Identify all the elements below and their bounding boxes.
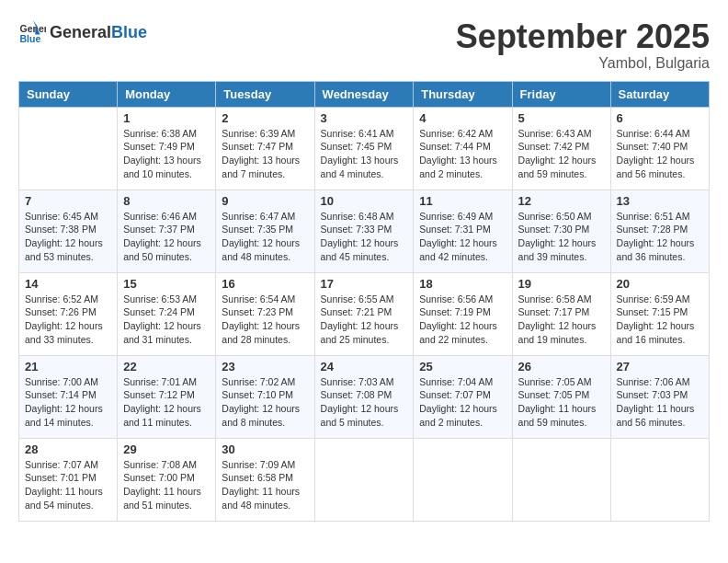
day-info: Sunrise: 6:45 AM Sunset: 7:38 PM Dayligh… bbox=[25, 210, 111, 264]
day-number: 22 bbox=[123, 360, 210, 373]
day-info: Sunrise: 7:05 AM Sunset: 7:05 PM Dayligh… bbox=[518, 375, 605, 430]
day-info: Sunrise: 6:47 AM Sunset: 7:35 PM Dayligh… bbox=[222, 210, 308, 264]
calendar-cell: 12Sunrise: 6:50 AM Sunset: 7:30 PM Dayli… bbox=[512, 190, 610, 272]
day-number: 23 bbox=[222, 360, 308, 373]
calendar-cell: 6Sunrise: 6:44 AM Sunset: 7:40 PM Daylig… bbox=[610, 107, 709, 190]
calendar-cell: 27Sunrise: 7:06 AM Sunset: 7:03 PM Dayli… bbox=[610, 355, 709, 438]
calendar-cell: 18Sunrise: 6:56 AM Sunset: 7:19 PM Dayli… bbox=[414, 272, 512, 355]
day-number: 14 bbox=[25, 277, 111, 291]
logo-general-text: GeneralBlue bbox=[50, 23, 147, 42]
calendar-cell bbox=[19, 107, 118, 190]
day-of-week-header: Wednesday bbox=[314, 81, 414, 107]
calendar-week-row: 1Sunrise: 6:38 AM Sunset: 7:49 PM Daylig… bbox=[19, 107, 710, 190]
page-header: General Blue GeneralBlue September 2025 … bbox=[18, 18, 710, 72]
day-number: 2 bbox=[222, 111, 308, 125]
day-info: Sunrise: 6:52 AM Sunset: 7:26 PM Dayligh… bbox=[25, 293, 111, 347]
day-of-week-header: Sunday bbox=[19, 81, 118, 107]
calendar-cell: 10Sunrise: 6:48 AM Sunset: 7:33 PM Dayli… bbox=[314, 190, 414, 272]
day-info: Sunrise: 6:59 AM Sunset: 7:15 PM Dayligh… bbox=[617, 293, 703, 347]
day-info: Sunrise: 6:58 AM Sunset: 7:17 PM Dayligh… bbox=[518, 293, 605, 347]
calendar-table: SundayMondayTuesdayWednesdayThursdayFrid… bbox=[18, 81, 710, 522]
calendar-cell: 9Sunrise: 6:47 AM Sunset: 7:35 PM Daylig… bbox=[216, 190, 314, 272]
calendar-cell bbox=[414, 438, 512, 521]
day-info: Sunrise: 7:07 AM Sunset: 7:01 PM Dayligh… bbox=[25, 458, 111, 512]
day-info: Sunrise: 7:03 AM Sunset: 7:08 PM Dayligh… bbox=[321, 375, 408, 430]
day-number: 18 bbox=[419, 277, 506, 291]
calendar-cell: 25Sunrise: 7:04 AM Sunset: 7:07 PM Dayli… bbox=[414, 355, 512, 438]
calendar-cell: 20Sunrise: 6:59 AM Sunset: 7:15 PM Dayli… bbox=[610, 272, 709, 355]
day-number: 3 bbox=[321, 111, 408, 125]
calendar-cell bbox=[512, 438, 610, 521]
calendar-cell: 2Sunrise: 6:39 AM Sunset: 7:47 PM Daylig… bbox=[216, 107, 314, 190]
calendar-week-row: 28Sunrise: 7:07 AM Sunset: 7:01 PM Dayli… bbox=[19, 438, 710, 521]
calendar-cell bbox=[314, 438, 414, 521]
day-number: 8 bbox=[123, 194, 210, 208]
day-info: Sunrise: 6:41 AM Sunset: 7:45 PM Dayligh… bbox=[321, 127, 408, 181]
day-info: Sunrise: 7:00 AM Sunset: 7:14 PM Dayligh… bbox=[25, 375, 111, 430]
calendar-cell: 1Sunrise: 6:38 AM Sunset: 7:49 PM Daylig… bbox=[118, 107, 216, 190]
day-number: 7 bbox=[25, 194, 111, 208]
day-info: Sunrise: 6:42 AM Sunset: 7:44 PM Dayligh… bbox=[419, 127, 506, 181]
calendar-cell: 4Sunrise: 6:42 AM Sunset: 7:44 PM Daylig… bbox=[414, 107, 512, 190]
day-number: 29 bbox=[123, 442, 210, 456]
day-info: Sunrise: 7:09 AM Sunset: 6:58 PM Dayligh… bbox=[222, 458, 308, 512]
day-of-week-header: Monday bbox=[118, 81, 216, 107]
day-of-week-header: Saturday bbox=[610, 81, 709, 107]
day-number: 13 bbox=[617, 194, 703, 208]
day-info: Sunrise: 6:50 AM Sunset: 7:30 PM Dayligh… bbox=[518, 210, 605, 264]
day-number: 27 bbox=[617, 360, 703, 373]
day-number: 30 bbox=[222, 442, 308, 456]
calendar-header-row: SundayMondayTuesdayWednesdayThursdayFrid… bbox=[19, 81, 710, 107]
day-number: 19 bbox=[518, 277, 605, 291]
day-info: Sunrise: 7:04 AM Sunset: 7:07 PM Dayligh… bbox=[419, 375, 506, 430]
day-info: Sunrise: 6:43 AM Sunset: 7:42 PM Dayligh… bbox=[518, 127, 605, 181]
day-info: Sunrise: 6:54 AM Sunset: 7:23 PM Dayligh… bbox=[222, 293, 308, 347]
location: Yambol, Bulgaria bbox=[456, 55, 710, 72]
calendar-week-row: 14Sunrise: 6:52 AM Sunset: 7:26 PM Dayli… bbox=[19, 272, 710, 355]
day-info: Sunrise: 7:06 AM Sunset: 7:03 PM Dayligh… bbox=[617, 375, 703, 430]
calendar-cell: 15Sunrise: 6:53 AM Sunset: 7:24 PM Dayli… bbox=[118, 272, 216, 355]
calendar-cell: 14Sunrise: 6:52 AM Sunset: 7:26 PM Dayli… bbox=[19, 272, 118, 355]
day-number: 12 bbox=[518, 194, 605, 208]
day-number: 4 bbox=[419, 111, 506, 125]
calendar-cell: 8Sunrise: 6:46 AM Sunset: 7:37 PM Daylig… bbox=[118, 190, 216, 272]
logo-icon: General Blue bbox=[18, 18, 46, 46]
day-number: 11 bbox=[419, 194, 506, 208]
day-number: 10 bbox=[321, 194, 408, 208]
calendar-cell: 26Sunrise: 7:05 AM Sunset: 7:05 PM Dayli… bbox=[512, 355, 610, 438]
day-number: 9 bbox=[222, 194, 308, 208]
day-info: Sunrise: 7:08 AM Sunset: 7:00 PM Dayligh… bbox=[123, 458, 210, 512]
calendar-cell: 30Sunrise: 7:09 AM Sunset: 6:58 PM Dayli… bbox=[216, 438, 314, 521]
calendar-cell: 5Sunrise: 6:43 AM Sunset: 7:42 PM Daylig… bbox=[512, 107, 610, 190]
calendar-cell: 28Sunrise: 7:07 AM Sunset: 7:01 PM Dayli… bbox=[19, 438, 118, 521]
calendar-cell: 22Sunrise: 7:01 AM Sunset: 7:12 PM Dayli… bbox=[118, 355, 216, 438]
day-info: Sunrise: 6:51 AM Sunset: 7:28 PM Dayligh… bbox=[617, 210, 703, 264]
day-info: Sunrise: 6:39 AM Sunset: 7:47 PM Dayligh… bbox=[222, 127, 308, 181]
day-info: Sunrise: 6:53 AM Sunset: 7:24 PM Dayligh… bbox=[123, 293, 210, 347]
calendar-cell: 13Sunrise: 6:51 AM Sunset: 7:28 PM Dayli… bbox=[610, 190, 709, 272]
logo: General Blue GeneralBlue bbox=[18, 18, 147, 46]
calendar-week-row: 21Sunrise: 7:00 AM Sunset: 7:14 PM Dayli… bbox=[19, 355, 710, 438]
day-number: 15 bbox=[123, 277, 210, 291]
day-info: Sunrise: 6:49 AM Sunset: 7:31 PM Dayligh… bbox=[419, 210, 506, 264]
calendar-cell: 24Sunrise: 7:03 AM Sunset: 7:08 PM Dayli… bbox=[314, 355, 414, 438]
calendar-cell: 23Sunrise: 7:02 AM Sunset: 7:10 PM Dayli… bbox=[216, 355, 314, 438]
day-info: Sunrise: 6:46 AM Sunset: 7:37 PM Dayligh… bbox=[123, 210, 210, 264]
day-of-week-header: Thursday bbox=[414, 81, 512, 107]
calendar-cell: 3Sunrise: 6:41 AM Sunset: 7:45 PM Daylig… bbox=[314, 107, 414, 190]
day-info: Sunrise: 6:44 AM Sunset: 7:40 PM Dayligh… bbox=[617, 127, 703, 181]
calendar-cell: 21Sunrise: 7:00 AM Sunset: 7:14 PM Dayli… bbox=[19, 355, 118, 438]
day-number: 25 bbox=[419, 360, 506, 373]
calendar-cell: 19Sunrise: 6:58 AM Sunset: 7:17 PM Dayli… bbox=[512, 272, 610, 355]
calendar-cell: 29Sunrise: 7:08 AM Sunset: 7:00 PM Dayli… bbox=[118, 438, 216, 521]
calendar-cell: 17Sunrise: 6:55 AM Sunset: 7:21 PM Dayli… bbox=[314, 272, 414, 355]
day-number: 28 bbox=[25, 442, 111, 456]
day-of-week-header: Tuesday bbox=[216, 81, 314, 107]
day-info: Sunrise: 6:55 AM Sunset: 7:21 PM Dayligh… bbox=[321, 293, 408, 347]
day-info: Sunrise: 6:38 AM Sunset: 7:49 PM Dayligh… bbox=[123, 127, 210, 181]
month-title: September 2025 bbox=[456, 18, 710, 55]
day-number: 17 bbox=[321, 277, 408, 291]
calendar-week-row: 7Sunrise: 6:45 AM Sunset: 7:38 PM Daylig… bbox=[19, 190, 710, 272]
day-number: 20 bbox=[617, 277, 703, 291]
day-number: 26 bbox=[518, 360, 605, 373]
